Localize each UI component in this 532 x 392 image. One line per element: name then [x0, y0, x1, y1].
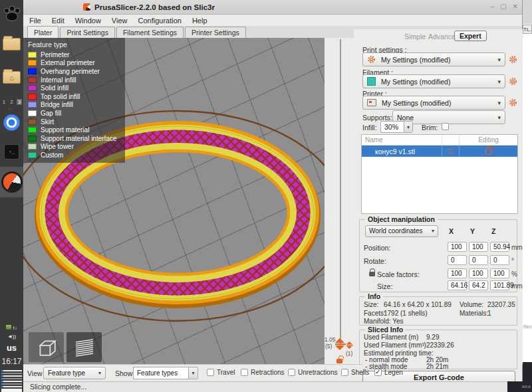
close-button[interactable]: ✕: [513, 2, 518, 11]
color-swatch: [28, 127, 37, 133]
scale-y-input[interactable]: 100: [469, 268, 488, 278]
size-z-input[interactable]: 101.89: [490, 280, 509, 290]
speaker-icon[interactable]: ◄)): [7, 334, 16, 340]
mode-simple-button[interactable]: Simple: [404, 33, 426, 41]
position-z-input[interactable]: 50.94: [490, 242, 509, 252]
window-list-item[interactable]: [1, 375, 22, 377]
background-window-tab[interactable]: TL...: [523, 25, 532, 34]
editor-3d-view-button[interactable]: [29, 332, 64, 362]
menu-window[interactable]: Window: [75, 17, 101, 25]
layer-slider-lower-handle[interactable]: [346, 342, 353, 349]
object-name[interactable]: конус9 v1.stl: [362, 147, 442, 155]
position-y-input[interactable]: 100: [469, 242, 488, 252]
retractions-check[interactable]: Retractions: [241, 369, 285, 376]
scale-x-input[interactable]: 100: [448, 268, 467, 278]
legend-checkbox[interactable]: [374, 369, 382, 376]
size-y-input[interactable]: 64.2: [469, 280, 488, 290]
workspace-dots: ···: [0, 106, 23, 112]
print-settings-edit-gear[interactable]: [509, 55, 517, 64]
size-unit: mm: [511, 282, 523, 290]
window-list-item[interactable]: [1, 383, 22, 385]
maximize-button[interactable]: ▢: [500, 2, 506, 11]
view-dropdown[interactable]: Feature type ▾: [43, 367, 106, 379]
brim-checkbox[interactable]: [442, 123, 449, 130]
file-manager-icon[interactable]: [0, 38, 23, 50]
tab-plater[interactable]: Plater: [27, 26, 59, 38]
network-icon[interactable]: t↓: [13, 325, 17, 332]
printer-edit-gear[interactable]: [509, 98, 517, 107]
shells-checkbox[interactable]: [341, 369, 348, 376]
menu-view[interactable]: View: [112, 17, 128, 25]
window-list-item[interactable]: [1, 373, 22, 374]
workspace-2[interactable]: 2: [9, 99, 14, 105]
infill-value[interactable]: 30%: [380, 121, 404, 133]
tab-print-settings[interactable]: Print Settings: [60, 27, 114, 38]
uniform-scale-lock-icon[interactable]: [369, 272, 375, 276]
editing-cell[interactable]: [459, 146, 517, 157]
window-list[interactable]: [1, 370, 22, 392]
tab-filament-settings[interactable]: Filament Settings: [116, 27, 184, 38]
travel-check[interactable]: Travel: [207, 369, 235, 376]
size-x-input[interactable]: 64.16: [448, 280, 467, 290]
show-combo[interactable]: Feature types ▾: [133, 367, 198, 379]
visibility-cell[interactable]: [442, 146, 459, 157]
edit-icon[interactable]: [485, 147, 491, 155]
window-list-item[interactable]: [1, 370, 22, 371]
background-window[interactable]: TL... бес: [523, 0, 532, 392]
titlebar[interactable]: PrusaSlicer-2.2.0 based on Slic3r – ▢ ✕: [23, 0, 522, 15]
terminal-launcher[interactable]: ›_: [0, 144, 23, 159]
printer-dropdown[interactable]: My Settings (modified) ▾: [362, 96, 505, 110]
scale-z-input[interactable]: 100: [490, 268, 509, 278]
tab-printer-settings[interactable]: Printer Settings: [185, 27, 246, 38]
filament-dropdown[interactable]: My Settings (modified) ▾: [362, 74, 505, 88]
filament-edit-gear[interactable]: [509, 77, 517, 86]
unretractions-check[interactable]: Unretractions: [288, 369, 337, 376]
rotate-x-input[interactable]: 0: [448, 255, 467, 265]
show-value[interactable]: Feature types: [133, 367, 189, 379]
shells-check[interactable]: Shells: [341, 369, 369, 376]
print-settings-dropdown[interactable]: My Settings (modified) ▾: [362, 52, 505, 66]
menu-configuration[interactable]: Configuration: [138, 17, 181, 25]
paw-launcher-icon[interactable]: [0, 4, 23, 23]
slider-lock-icon[interactable]: [336, 359, 342, 363]
menu-help[interactable]: Help: [192, 17, 207, 25]
workspace-switcher[interactable]: 1 2 3: [0, 99, 23, 105]
workspace-1[interactable]: 1: [1, 99, 7, 105]
object-list[interactable]: Name Editing конус9 v1.stl: [361, 134, 518, 214]
object-list-row-selected[interactable]: конус9 v1.stl: [362, 146, 517, 157]
position-x-input[interactable]: 100: [448, 242, 467, 252]
keyboard-layout-indicator[interactable]: us: [0, 343, 23, 353]
rotate-z-input[interactable]: 0: [490, 255, 509, 265]
volume-row[interactable]: ◄)): [0, 334, 23, 340]
window-list-item[interactable]: [1, 389, 22, 392]
status-bar: Slicing complete...: [23, 381, 522, 392]
infill-combo[interactable]: 30% ▾: [380, 121, 413, 133]
system-tray-row[interactable]: t↓: [0, 325, 23, 332]
prusaslicer-launcher[interactable]: [0, 167, 23, 197]
show-dropdown-button[interactable]: ▾: [189, 367, 198, 379]
home-folder-icon[interactable]: ⌂: [0, 71, 23, 84]
unretractions-checkbox[interactable]: [288, 369, 295, 376]
preview-view-button[interactable]: [66, 332, 102, 362]
layer-slider-track[interactable]: [340, 39, 341, 349]
eye-icon[interactable]: [448, 148, 454, 154]
tray-app-icon[interactable]: [6, 325, 11, 330]
preview-3d-viewport[interactable]: Feature type Perimeter External perimete…: [23, 38, 325, 364]
window-list-item[interactable]: [1, 381, 22, 382]
rotate-y-input[interactable]: 0: [469, 255, 488, 265]
minimize-button[interactable]: –: [491, 2, 495, 11]
chromium-launcher[interactable]: [0, 114, 23, 131]
color-swatch: [28, 60, 37, 66]
menu-file[interactable]: File: [29, 17, 41, 25]
legend-check[interactable]: Legen: [374, 369, 403, 376]
window-list-item[interactable]: [1, 386, 22, 387]
coordinate-system-dropdown[interactable]: World coordinates ▾: [365, 225, 438, 237]
infill-dropdown-button[interactable]: ▾: [404, 121, 413, 133]
mode-expert-button[interactable]: Expert: [454, 31, 487, 41]
menu-edit[interactable]: Edit: [52, 17, 65, 25]
retractions-checkbox[interactable]: [241, 369, 248, 376]
workspace-3[interactable]: 3: [17, 99, 22, 105]
window-list-item[interactable]: [1, 378, 22, 379]
travel-checkbox[interactable]: [207, 369, 214, 376]
layer-slider-upper-handle[interactable]: [335, 338, 346, 350]
